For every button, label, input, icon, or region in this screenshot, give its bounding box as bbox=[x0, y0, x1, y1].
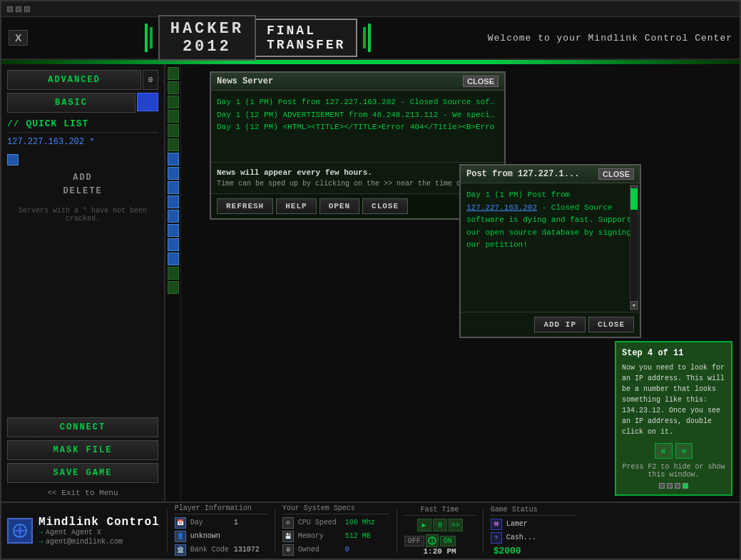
fast-time-controls: ▶ ⏸ >> bbox=[404, 519, 476, 531]
divider-4 bbox=[483, 509, 484, 552]
post-text-line1: Day 1 (1 PM) Post from bbox=[466, 190, 570, 199]
player-type-row: 👾 Lamer bbox=[491, 519, 576, 530]
system-specs-header: Your System Specs bbox=[282, 504, 389, 514]
ind11 bbox=[168, 210, 179, 223]
logo-area: HACKER 2012 FINAL TRANSFER bbox=[139, 15, 377, 61]
news-dialog-close-button[interactable]: CLOSE bbox=[463, 76, 499, 87]
post-text-link[interactable]: 127.227.163.202 bbox=[466, 203, 537, 212]
scroll-down-arrow[interactable]: ▼ bbox=[630, 301, 638, 310]
scroll-thumb[interactable] bbox=[630, 188, 638, 210]
step-prev-button[interactable]: « bbox=[655, 443, 673, 459]
ind12 bbox=[168, 224, 179, 237]
cpu-row: ⚙ CPU Speed 100 Mhz bbox=[282, 517, 389, 529]
day-row: 📅 Day 1 bbox=[175, 517, 267, 529]
logo-decoration-left bbox=[145, 24, 153, 52]
save-game-button[interactable]: SAVE GAME bbox=[7, 463, 158, 483]
bank-row: 🏦 Bank Code 131072 bbox=[175, 544, 267, 556]
ft-time-display: 1:20 PM bbox=[404, 547, 476, 556]
ft-fast-button[interactable]: >> bbox=[449, 519, 463, 531]
delete-label: DELETE bbox=[10, 185, 155, 198]
window-close-button[interactable]: X bbox=[9, 30, 28, 46]
fast-time-header: Fast Time bbox=[404, 506, 476, 516]
logo-final-line2: TRANSFER bbox=[267, 38, 345, 52]
ft-pause-button[interactable]: ⏸ bbox=[433, 519, 447, 531]
ind2 bbox=[168, 81, 179, 94]
ind6 bbox=[168, 138, 179, 151]
content-wrapper: ADVANCED 0 BASIC // QUICK LIST 127.227.1… bbox=[1, 64, 740, 503]
ind8 bbox=[168, 167, 179, 180]
news-item-2: Day 1 (12 PM) ADVERTISEMENT from 46.248.… bbox=[217, 109, 499, 122]
news-footer-bold: News will appear every few hours. bbox=[217, 168, 499, 177]
add-ip-button[interactable]: ADD IP bbox=[534, 317, 586, 332]
basic-button[interactable]: BASIC bbox=[7, 93, 136, 113]
add-label: ADD bbox=[10, 171, 155, 185]
connect-button[interactable]: CONNECT bbox=[7, 417, 158, 437]
player-icon: 👤 bbox=[175, 531, 186, 542]
status-bar: Mindlink Control → Agent Agent X → agent… bbox=[1, 502, 740, 559]
news-content: Day 1 (1 PM) Post from 127.227.163.202 -… bbox=[211, 91, 504, 162]
ft-toggle: OFF ON bbox=[404, 534, 476, 547]
cpu-icon: ⚙ bbox=[282, 517, 294, 529]
post-content: Day 1 (1 PM) Post from 127.227.163.202 -… bbox=[461, 183, 640, 312]
news-close-button[interactable]: CLOSE bbox=[362, 198, 408, 214]
game-status: Game Status 👾 Lamer ? Cash... $2000 bbox=[491, 506, 576, 556]
memory-row: 💾 Memory 512 MB bbox=[282, 531, 389, 542]
ind13 bbox=[168, 238, 179, 251]
news-refresh-button[interactable]: REFRESH bbox=[217, 198, 273, 214]
mask-file-button[interactable]: MASK FILE bbox=[7, 440, 158, 460]
news-help-button[interactable]: HELP bbox=[276, 198, 316, 214]
post-dialog: Post from 127.227.1... CLOSE Day 1 (1 PM… bbox=[459, 164, 641, 338]
player-label: unknown bbox=[190, 532, 220, 540]
player-type-label: Lamer bbox=[506, 520, 528, 528]
post-scrollbar[interactable]: ▲ ▼ bbox=[630, 185, 638, 310]
step-next-button[interactable]: » bbox=[675, 443, 693, 459]
ind14 bbox=[168, 253, 179, 265]
post-actions: ADD IP CLOSE bbox=[461, 312, 640, 337]
step-footer: Press F2 to hide or show this window. bbox=[622, 463, 725, 479]
step-dot-3 bbox=[675, 483, 680, 489]
news-item-1: Day 1 (1 PM) Post from 127.227.163.202 -… bbox=[217, 96, 499, 109]
owned-value: 0 bbox=[345, 546, 349, 554]
mindlink-logo: Mindlink Control → Agent Agent X → agent… bbox=[7, 516, 160, 546]
dot1 bbox=[7, 6, 13, 12]
welcome-text: Welcome to your Mindlink Control Center bbox=[488, 33, 732, 44]
ind15 bbox=[168, 267, 179, 280]
ind5 bbox=[168, 124, 179, 137]
ind16 bbox=[168, 281, 179, 294]
logo-hacker-num: 2012 bbox=[170, 38, 244, 56]
quick-list-header: // QUICK LIST bbox=[7, 116, 158, 133]
bank-value: 131072 bbox=[234, 546, 260, 554]
bank-label: Bank Code bbox=[190, 546, 230, 554]
fast-time-area: Fast Time ▶ ⏸ >> OFF ON 1:20 PM bbox=[404, 506, 476, 556]
exit-to-menu-link[interactable]: << Exit to Menu bbox=[7, 489, 158, 497]
cash-icon: ? bbox=[491, 532, 502, 544]
main-content: News Server CLOSE Day 1 (1 PM) Post from… bbox=[181, 64, 740, 503]
news-footer-sub: Time can be sped up by clicking on the >… bbox=[217, 180, 499, 188]
agent-arrow: → bbox=[39, 529, 43, 536]
agent-label: Agent Agent X bbox=[46, 529, 101, 536]
advanced-button[interactable]: ADVANCED bbox=[7, 70, 141, 90]
logo-bar4 bbox=[368, 24, 371, 52]
ft-toggle-icon[interactable] bbox=[426, 534, 439, 547]
quick-list-item[interactable]: 127.227.163.202 * bbox=[7, 136, 158, 148]
day-value: 1 bbox=[234, 519, 238, 526]
owned-label: Owned bbox=[298, 546, 341, 554]
step-dot-2 bbox=[667, 483, 673, 489]
post-dialog-close-button[interactable]: CLOSE bbox=[598, 168, 634, 180]
post-close-button[interactable]: CLOSE bbox=[588, 317, 634, 332]
agent-row: → Agent Agent X bbox=[39, 529, 160, 536]
news-open-button[interactable]: OPEN bbox=[320, 198, 359, 214]
logo-final: FINAL TRANSFER bbox=[256, 19, 357, 57]
ind-bar-active bbox=[7, 154, 19, 166]
basic-row: BASIC bbox=[7, 93, 158, 113]
mindlink-text-area: Mindlink Control → Agent Agent X → agent… bbox=[39, 516, 160, 546]
logo-bar2 bbox=[150, 27, 153, 49]
logo-hacker-year: HACKER bbox=[170, 20, 244, 38]
news-dialog-titlebar: News Server CLOSE bbox=[211, 73, 504, 91]
mindlink-icon-svg bbox=[12, 523, 28, 539]
ft-play-button[interactable]: ▶ bbox=[417, 519, 431, 531]
window-dots bbox=[7, 6, 30, 12]
logo-bar1 bbox=[145, 24, 148, 52]
step-dot-1 bbox=[659, 483, 665, 489]
owned-row: 🖥 Owned 0 bbox=[282, 544, 389, 556]
